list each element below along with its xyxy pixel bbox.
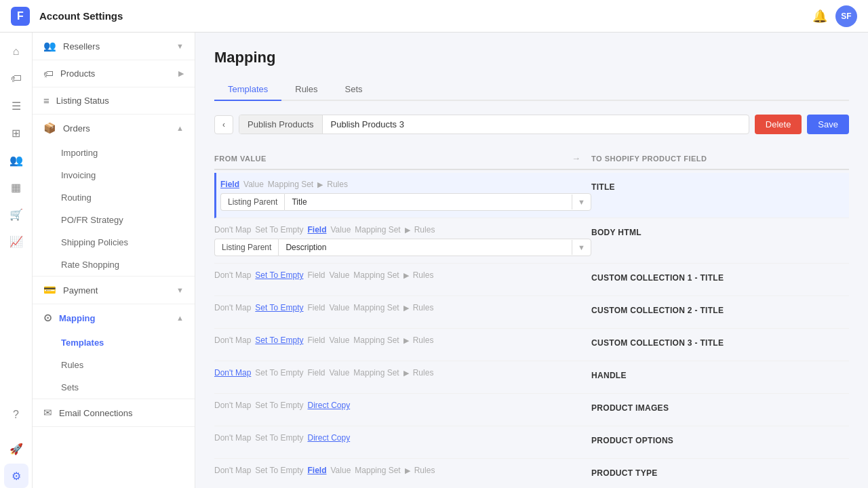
ctrl-settoempty-po[interactable]: Set To Empty [255, 433, 303, 443]
nav-icon-grid[interactable]: ⊞ [4, 121, 28, 145]
ctrl-dontmap-pt[interactable]: Don't Map [214, 466, 251, 475]
ctrl-mappingset-handle[interactable]: Mapping Set [353, 368, 399, 378]
delete-button[interactable]: Delete [755, 115, 802, 134]
body-html-field-select[interactable]: Description ▼ [278, 239, 591, 256]
ctrl-mappingset-cc3[interactable]: Mapping Set [353, 336, 399, 345]
ctrl-rules-handle[interactable]: Rules [413, 368, 434, 378]
template-current-name[interactable]: Publish Products 3 [323, 115, 749, 134]
tab-templates[interactable]: Templates [214, 79, 281, 101]
sidebar-sub-rules[interactable]: Rules [33, 354, 195, 376]
back-button[interactable]: ‹ [214, 115, 233, 134]
ctrl-value-bodyhtml[interactable]: Value [331, 225, 351, 235]
ctrl-dontmap-po[interactable]: Don't Map [214, 433, 251, 443]
ctrl-settoempty-pi[interactable]: Set To Empty [255, 401, 303, 410]
ctrl-mappingset-pt[interactable]: Mapping Set [355, 466, 400, 475]
sidebar-sub-routing[interactable]: Routing [33, 186, 195, 209]
nav-icon-help[interactable]: ? [4, 403, 28, 427]
ctrl-field-bodyhtml[interactable]: Field [307, 225, 326, 235]
ctrl-settoempty-handle[interactable]: Set To Empty [255, 368, 303, 378]
sidebar-sub-templates[interactable]: Templates [33, 331, 195, 354]
ctrl-field-title[interactable]: Field [220, 180, 239, 189]
body-html-controls: Don't Map Set To Empty Field Value Mappi… [214, 225, 591, 235]
sidebar-sub-shipping-policies[interactable]: Shipping Policies [33, 231, 195, 253]
title-row-left: Field Value Mapping Set ▶ Rules Listing … [220, 180, 591, 211]
sidebar-item-products[interactable]: 🏷 Products ▶ [33, 60, 195, 87]
ctrl-value-title[interactable]: Value [243, 180, 264, 189]
nav-icon-settings[interactable]: ⚙ [4, 464, 28, 488]
ctrl-settoempty-bodyhtml[interactable]: Set To Empty [255, 225, 303, 235]
ctrl-directcopy-pi[interactable]: Direct Copy [307, 401, 350, 410]
ctrl-dontmap-handle[interactable]: Don't Map [214, 368, 251, 378]
ctrl-rules-title[interactable]: Rules [327, 180, 348, 189]
ctrl-value-cc2[interactable]: Value [330, 303, 350, 312]
sidebar-item-mapping[interactable]: ⊙ Mapping ▲ [33, 304, 195, 331]
ctrl-field-cc3[interactable]: Field [307, 336, 325, 345]
nav-icon-rocket[interactable]: 🚀 [4, 436, 28, 461]
nav-icon-chart[interactable]: 📈 [4, 229, 28, 253]
ctrl-settoempty-cc2[interactable]: Set To Empty [255, 303, 303, 312]
ctrl-dontmap-cc2[interactable]: Don't Map [214, 303, 251, 312]
sidebar-sub-rate-shopping[interactable]: Rate Shopping [33, 253, 195, 276]
ctrl-field-cc1[interactable]: Field [307, 270, 325, 280]
ctrl-field-handle[interactable]: Field [307, 368, 325, 378]
ctrl-value-pt[interactable]: Value [331, 466, 351, 475]
mapping-title: Mapping [214, 49, 849, 66]
ctrl-value-cc3[interactable]: Value [330, 336, 350, 345]
handle-row-right: HANDLE [591, 368, 849, 380]
ctrl-dontmap-bodyhtml[interactable]: Don't Map [214, 225, 251, 235]
sidebar-item-listing-status[interactable]: ≡ Listing Status [33, 87, 195, 114]
sidebar-sub-sets[interactable]: Sets [33, 376, 195, 399]
ctrl-mappingset-cc2[interactable]: Mapping Set [353, 303, 399, 312]
nav-icon-tag[interactable]: 🏷 [4, 66, 28, 91]
sidebar-sub-pofr[interactable]: PO/FR Strategy [33, 209, 195, 231]
ctrl-value-handle[interactable]: Value [330, 368, 350, 378]
sidebar-item-resellers[interactable]: 👥 Resellers ▼ [33, 33, 195, 60]
title-field-select[interactable]: Title ▼ [284, 193, 591, 211]
sidebar-item-email[interactable]: ✉ Email Connections [33, 399, 195, 426]
ctrl-rules-cc1[interactable]: Rules [413, 270, 434, 280]
ctrl-value-cc1[interactable]: Value [330, 270, 350, 280]
tabs: Templates Rules Sets [214, 79, 849, 101]
custom-col1-row-left: Don't Map Set To Empty Field Value Mappi… [214, 270, 591, 280]
notifications-bell[interactable]: 🔔 [812, 9, 827, 24]
ctrl-arrow-handle: ▶ [403, 369, 409, 378]
ctrl-rules-cc3[interactable]: Rules [413, 336, 434, 345]
sidebar-sub-importing[interactable]: Importing [33, 142, 195, 164]
ctrl-rules-bodyhtml[interactable]: Rules [414, 225, 435, 235]
nav-icon-home[interactable]: ⌂ [4, 39, 28, 64]
nav-icon-table[interactable]: ▦ [4, 175, 28, 199]
product-images-controls: Don't Map Set To Empty Direct Copy [214, 401, 591, 410]
ctrl-dontmap-pi[interactable]: Don't Map [214, 401, 251, 410]
ctrl-rules-pt[interactable]: Rules [414, 466, 435, 475]
save-button[interactable]: Save [807, 115, 849, 134]
custom-col3-row-right: CUSTOM COLLECTION 3 - TITLE [591, 336, 849, 348]
nav-icon-cart[interactable]: 🛒 [4, 202, 28, 226]
ctrl-mappingset-title[interactable]: Mapping Set [268, 180, 313, 189]
product-options-row-left: Don't Map Set To Empty Direct Copy [214, 433, 591, 443]
sidebar-item-payment[interactable]: 💳 Payment ▼ [33, 277, 195, 304]
topbar: F Account Settings 🔔 SF [0, 0, 868, 33]
ctrl-dontmap-cc3[interactable]: Don't Map [214, 336, 251, 345]
ctrl-mappingset-bodyhtml[interactable]: Mapping Set [355, 225, 400, 235]
template-name-display: Publish Products Publish Products 3 [239, 115, 749, 134]
mapping-row-handle: Don't Map Set To Empty Field Value Mappi… [214, 361, 849, 394]
sidebar-item-email-label: Email Connections [59, 408, 184, 418]
tab-rules[interactable]: Rules [281, 79, 331, 101]
ctrl-dontmap-cc1[interactable]: Don't Map [214, 270, 251, 280]
ctrl-mappingset-cc1[interactable]: Mapping Set [353, 270, 399, 280]
user-avatar[interactable]: SF [835, 5, 857, 27]
tab-sets[interactable]: Sets [332, 79, 376, 101]
ctrl-settoempty-cc3[interactable]: Set To Empty [255, 336, 303, 345]
chevron-down-icon: ▼ [176, 42, 184, 50]
nav-icon-users[interactable]: 👥 [4, 148, 28, 172]
ctrl-settoempty-pt[interactable]: Set To Empty [255, 466, 303, 475]
nav-icon-inbox[interactable]: ☰ [4, 94, 28, 118]
ctrl-field-cc2[interactable]: Field [307, 303, 325, 312]
ctrl-field-pt[interactable]: Field [307, 466, 326, 475]
ctrl-rules-cc2[interactable]: Rules [413, 303, 434, 312]
ctrl-settoempty-cc1[interactable]: Set To Empty [255, 270, 303, 280]
mapping-row-product-images: Don't Map Set To Empty Direct Copy PRODU… [214, 394, 849, 426]
sidebar-item-orders[interactable]: 📦 Orders ▲ [33, 115, 195, 142]
ctrl-directcopy-po[interactable]: Direct Copy [307, 433, 350, 443]
sidebar-sub-invoicing[interactable]: Invoicing [33, 164, 195, 186]
